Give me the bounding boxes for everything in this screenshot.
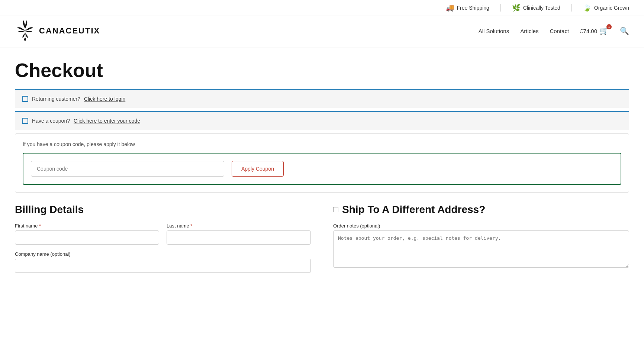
logo-text: CANACEUTIX <box>39 26 100 36</box>
coupon-highlight-box: Apply Coupon <box>23 153 621 185</box>
first-name-group: First name * <box>15 223 159 245</box>
first-name-required: * <box>39 223 41 229</box>
billing-heading: Billing Details <box>15 204 311 216</box>
ship-heading: Ship To A Different Address? <box>342 204 485 216</box>
two-col-section: Billing Details First name * Last name * <box>15 204 629 280</box>
truck-icon: 🚚 <box>446 4 454 12</box>
clinically-tested-label: Clinically Tested <box>523 5 560 11</box>
top-bar: 🚚 Free Shipping 🌿 Clinically Tested 🍃 Or… <box>0 0 644 16</box>
last-name-input[interactable] <box>167 230 311 245</box>
coupon-notice-bar: Have a coupon? Click here to enter your … <box>15 111 629 130</box>
name-row: First name * Last name * <box>15 223 311 251</box>
divider-1 <box>500 4 501 12</box>
coupon-code-input[interactable] <box>31 161 224 177</box>
header: CANACEUTIX All Solutions Articles Contac… <box>0 16 644 48</box>
first-name-label: First name * <box>15 223 159 229</box>
organic-grown-icon: 🍃 <box>583 4 591 12</box>
returning-customer-bar: Returning customer? Click here to login <box>15 89 629 108</box>
order-notes-group: Order notes (optional) <box>333 223 629 269</box>
clinically-tested-icon: 🌿 <box>512 4 520 12</box>
cart-price: £74.00 <box>580 28 597 34</box>
ship-different-checkbox[interactable] <box>333 207 338 212</box>
cart-icon-wrap: 🛒 1 <box>599 26 609 35</box>
free-shipping-item: 🚚 Free Shipping <box>446 4 489 12</box>
coupon-notice-icon <box>22 118 28 124</box>
logo-area[interactable]: CANACEUTIX <box>15 20 100 42</box>
company-name-input[interactable] <box>15 259 311 273</box>
shipping-col: Ship To A Different Address? Order notes… <box>333 204 629 280</box>
clinically-tested-item: 🌿 Clinically Tested <box>512 4 560 12</box>
coupon-instruction: If you have a coupon code, please apply … <box>23 141 621 147</box>
divider-2 <box>571 4 572 12</box>
returning-customer-icon <box>22 96 28 102</box>
last-name-required: * <box>190 223 192 229</box>
coupon-row: Apply Coupon <box>31 161 613 177</box>
organic-grown-label: Organic Grown <box>594 5 629 11</box>
free-shipping-label: Free Shipping <box>457 5 489 11</box>
coupon-notice-link[interactable]: Click here to enter your code <box>74 118 140 124</box>
company-name-label: Company name (optional) <box>15 251 311 257</box>
coupon-notice-text: Have a coupon? <box>32 118 70 124</box>
returning-customer-link[interactable]: Click here to login <box>84 96 125 102</box>
nav-all-solutions[interactable]: All Solutions <box>479 28 509 34</box>
page-content: Checkout Returning customer? Click here … <box>0 48 644 280</box>
svg-point-1 <box>24 38 26 41</box>
nav-area: All Solutions Articles Contact £74.00 🛒 … <box>479 26 629 35</box>
billing-details-col: Billing Details First name * Last name * <box>15 204 311 280</box>
returning-customer-text: Returning customer? <box>32 96 80 102</box>
search-icon[interactable]: 🔍 <box>620 26 629 35</box>
first-name-input[interactable] <box>15 230 159 245</box>
cart-area[interactable]: £74.00 🛒 1 <box>580 26 609 35</box>
nav-articles[interactable]: Articles <box>520 28 538 34</box>
organic-grown-item: 🍃 Organic Grown <box>583 4 629 12</box>
logo-icon <box>15 20 35 42</box>
last-name-label: Last name * <box>167 223 311 229</box>
ship-heading-row: Ship To A Different Address? <box>333 204 629 216</box>
order-notes-textarea[interactable] <box>333 230 629 268</box>
apply-coupon-button[interactable]: Apply Coupon <box>232 161 284 177</box>
coupon-section: If you have a coupon code, please apply … <box>15 133 629 193</box>
cart-badge: 1 <box>606 24 612 29</box>
order-notes-label: Order notes (optional) <box>333 223 629 229</box>
page-title: Checkout <box>15 48 629 89</box>
company-name-group: Company name (optional) <box>15 251 311 273</box>
last-name-group: Last name * <box>167 223 311 245</box>
nav-contact[interactable]: Contact <box>550 28 569 34</box>
